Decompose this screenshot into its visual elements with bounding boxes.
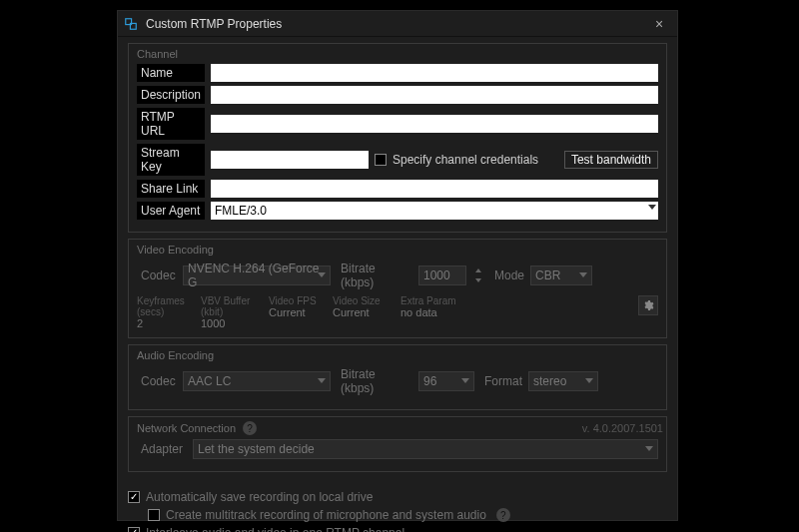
audio-legend: Audio Encoding (137, 349, 658, 361)
close-icon[interactable]: × (647, 16, 671, 32)
name-input[interactable] (211, 64, 658, 82)
description-input[interactable] (211, 86, 658, 104)
description-label: Description (137, 86, 205, 104)
audio-bitrate-select[interactable]: 96 (418, 371, 474, 391)
app-icon (124, 16, 140, 32)
auto-save-checkbox[interactable] (128, 491, 140, 503)
chevron-down-icon (318, 378, 326, 383)
channel-group: Channel Name Description RTMP URL Stream… (128, 43, 667, 233)
test-bandwidth-button[interactable]: Test bandwidth (564, 151, 658, 169)
help-icon[interactable]: ? (243, 421, 257, 435)
user-agent-select[interactable] (211, 202, 658, 220)
network-legend: Network Connection ? (137, 421, 658, 435)
auto-save-label: Automatically save recording on local dr… (146, 490, 373, 504)
video-encoding-group: Video Encoding Codec NVENC H.264 (GeForc… (128, 239, 667, 338)
video-bitrate-stepper[interactable] (472, 266, 484, 285)
audio-bitrate-label: Bitrate (kbps) (337, 365, 412, 397)
audio-codec-label: Codec (137, 372, 177, 390)
chevron-down-icon (579, 272, 587, 277)
channel-legend: Channel (137, 48, 658, 60)
video-bitrate-label: Bitrate (kbps) (337, 260, 412, 291)
video-legend: Video Encoding (137, 244, 658, 256)
video-codec-label: Codec (137, 266, 177, 284)
chevron-down-icon (461, 378, 469, 383)
specify-credentials-checkbox[interactable] (375, 154, 387, 166)
audio-codec-select[interactable]: AAC LC (183, 371, 331, 391)
rtmp-url-input[interactable] (211, 115, 658, 133)
name-label: Name (137, 64, 205, 82)
titlebar: Custom RTMP Properties × (118, 11, 677, 37)
stream-key-input[interactable] (211, 151, 369, 169)
interleave-checkbox[interactable] (128, 527, 140, 532)
specify-credentials-label: Specify channel credentials (393, 153, 538, 167)
video-settings-button[interactable] (638, 295, 658, 315)
chevron-down-icon (585, 378, 593, 383)
share-link-input[interactable] (211, 180, 658, 198)
interleave-label: Interleave audio and video in one RTMP c… (146, 526, 404, 532)
video-params-row: Keyframes (secs)2 VBV Buffer (kbit)1000 … (137, 295, 658, 329)
gear-icon (642, 299, 654, 311)
multitrack-label: Create multitrack recording of microphon… (166, 508, 486, 522)
video-mode-label: Mode (490, 266, 524, 284)
adapter-label: Adapter (137, 440, 187, 458)
audio-encoding-group: Audio Encoding Codec AAC LC Bitrate (kbp… (128, 344, 667, 410)
dialog-custom-rtmp: Custom RTMP Properties × Channel Name De… (117, 10, 678, 521)
video-mode-select[interactable]: CBR (530, 266, 592, 285)
audio-format-label: Format (480, 372, 522, 390)
adapter-select[interactable]: Let the system decide (193, 439, 658, 459)
stream-key-label: Stream Key (137, 144, 205, 176)
chevron-down-icon[interactable] (648, 205, 656, 210)
audio-format-select[interactable]: stereo (528, 371, 598, 391)
window-title: Custom RTMP Properties (146, 17, 282, 31)
share-link-label: Share Link (137, 180, 205, 198)
chevron-down-icon (645, 446, 653, 451)
help-icon[interactable]: ? (496, 508, 510, 522)
video-codec-select[interactable]: NVENC H.264 (GeForce G (183, 266, 331, 285)
version-label: v. 4.0.2007.1501 (582, 422, 663, 434)
video-bitrate-input[interactable]: 1000 (418, 266, 466, 285)
chevron-down-icon (318, 272, 326, 277)
user-agent-label: User Agent (137, 202, 205, 220)
multitrack-checkbox[interactable] (148, 509, 160, 521)
rtmp-url-label: RTMP URL (137, 108, 205, 140)
